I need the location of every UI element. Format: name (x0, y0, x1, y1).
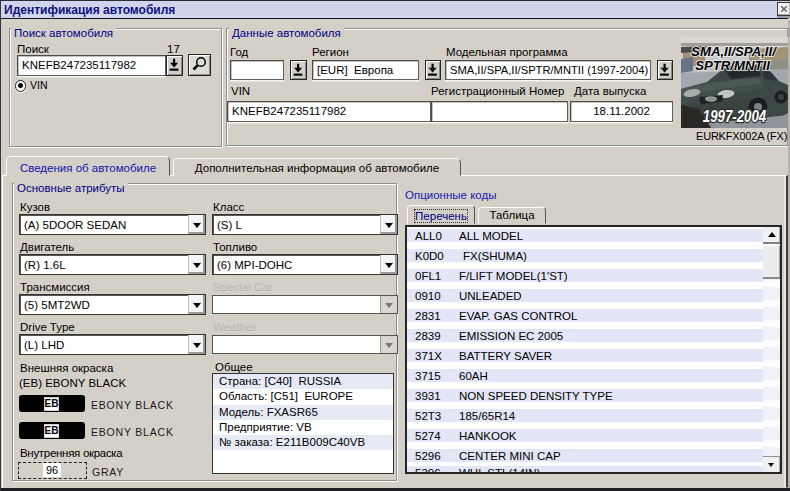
svg-text:SMA,II/SPA,II/: SMA,II/SPA,II/ (691, 44, 777, 59)
svg-text:1997-2004: 1997-2004 (703, 108, 766, 125)
svg-text:SPTR/MNTII: SPTR/MNTII (695, 58, 770, 73)
